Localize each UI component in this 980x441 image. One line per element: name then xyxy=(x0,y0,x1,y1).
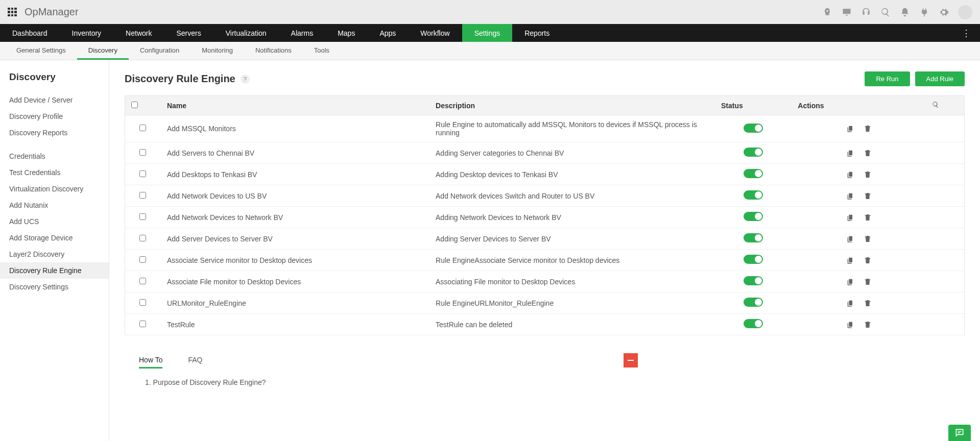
trash-icon[interactable] xyxy=(864,213,872,222)
rocket-icon[interactable] xyxy=(822,7,832,17)
trash-icon[interactable] xyxy=(864,192,872,200)
cell-name[interactable]: Add Server Devices to Server BV xyxy=(161,228,429,250)
th-name[interactable]: Name xyxy=(161,96,429,115)
gear-icon[interactable] xyxy=(939,7,949,17)
row-checkbox[interactable] xyxy=(139,321,146,327)
trash-icon[interactable] xyxy=(864,170,872,179)
copy-icon[interactable] xyxy=(846,235,854,243)
sidebar-item-add-nutanix[interactable]: Add Nutanix xyxy=(0,197,109,213)
sidebar-item-discovery-rule-engine[interactable]: Discovery Rule Engine xyxy=(0,262,109,279)
cell-name[interactable]: Add Servers to Chennai BV xyxy=(161,142,429,164)
nav-apps[interactable]: Apps xyxy=(367,24,408,42)
app-grid-icon[interactable] xyxy=(8,8,17,17)
copy-icon[interactable] xyxy=(846,321,854,329)
status-toggle[interactable] xyxy=(744,212,763,221)
avatar[interactable] xyxy=(958,5,972,19)
nav-workflow[interactable]: Workflow xyxy=(408,24,462,42)
faq-item[interactable]: 1. Purpose of Discovery Rule Engine? xyxy=(145,378,965,386)
cell-name[interactable]: Add Network Devices to US BV xyxy=(161,185,429,207)
copy-icon[interactable] xyxy=(846,170,854,179)
trash-icon[interactable] xyxy=(864,235,872,243)
sidebar-item-virtualization-discovery[interactable]: Virtualization Discovery xyxy=(0,181,109,197)
nav-settings[interactable]: Settings xyxy=(462,24,513,42)
copy-icon[interactable] xyxy=(846,299,854,307)
trash-icon[interactable] xyxy=(864,321,872,329)
screen-icon[interactable] xyxy=(842,7,852,17)
row-checkbox[interactable] xyxy=(139,149,146,156)
table-search-icon[interactable] xyxy=(932,101,939,108)
subnav-discovery[interactable]: Discovery xyxy=(77,42,129,60)
status-toggle[interactable] xyxy=(744,298,763,307)
row-checkbox[interactable] xyxy=(139,192,146,199)
copy-icon[interactable] xyxy=(846,213,854,222)
status-toggle[interactable] xyxy=(744,169,763,178)
nav-servers[interactable]: Servers xyxy=(164,24,213,42)
chat-fab[interactable] xyxy=(948,425,971,441)
trash-icon[interactable] xyxy=(864,125,872,133)
subnav-configuration[interactable]: Configuration xyxy=(129,42,190,60)
copy-icon[interactable] xyxy=(846,149,854,157)
copy-icon[interactable] xyxy=(846,192,854,200)
nav-inventory[interactable]: Inventory xyxy=(60,24,114,42)
status-toggle[interactable] xyxy=(744,148,763,157)
collapse-button[interactable] xyxy=(624,353,638,368)
nav-reports[interactable]: Reports xyxy=(512,24,562,42)
bottom-tab-how-to[interactable]: How To xyxy=(139,356,162,369)
copy-icon[interactable] xyxy=(846,278,854,286)
row-checkbox[interactable] xyxy=(139,213,146,220)
trash-icon[interactable] xyxy=(864,256,872,264)
row-checkbox[interactable] xyxy=(139,235,146,241)
subnav-general-settings[interactable]: General Settings xyxy=(5,42,77,60)
trash-icon[interactable] xyxy=(864,149,872,157)
subnav-notifications[interactable]: Notifications xyxy=(244,42,303,60)
nav-network[interactable]: Network xyxy=(113,24,164,42)
row-checkbox[interactable] xyxy=(139,299,146,306)
cell-name[interactable]: TestRule xyxy=(161,314,429,335)
bottom-tab-faq[interactable]: FAQ xyxy=(188,356,202,369)
sidebar-item-test-credentials[interactable]: Test Credentials xyxy=(0,164,109,181)
nav-maps[interactable]: Maps xyxy=(325,24,367,42)
sidebar-item-add-storage-device[interactable]: Add Storage Device xyxy=(0,230,109,246)
nav-virtualization[interactable]: Virtualization xyxy=(213,24,279,42)
copy-icon[interactable] xyxy=(846,125,854,133)
subnav-monitoring[interactable]: Monitoring xyxy=(190,42,244,60)
plug-icon[interactable] xyxy=(919,7,929,17)
status-toggle[interactable] xyxy=(744,319,763,328)
sidebar-item-discovery-reports[interactable]: Discovery Reports xyxy=(0,125,109,141)
trash-icon[interactable] xyxy=(864,299,872,307)
cell-name[interactable]: URLMonitor_RuleEngine xyxy=(161,292,429,314)
row-checkbox[interactable] xyxy=(139,256,146,263)
sidebar-item-add-ucs[interactable]: Add UCS xyxy=(0,213,109,230)
add-rule-button[interactable]: Add Rule xyxy=(915,71,965,86)
row-checkbox[interactable] xyxy=(139,278,146,284)
cell-name[interactable]: Associate Service monitor to Desktop dev… xyxy=(161,250,429,271)
search-icon[interactable] xyxy=(880,7,891,17)
cell-name[interactable]: Add MSSQL Monitors xyxy=(161,115,429,142)
headset-icon[interactable] xyxy=(861,7,871,17)
sidebar-item-discovery-settings[interactable]: Discovery Settings xyxy=(0,279,109,295)
select-all-checkbox[interactable] xyxy=(131,102,138,108)
row-checkbox[interactable] xyxy=(139,125,146,131)
sidebar-item-discovery-profile[interactable]: Discovery Profile xyxy=(0,108,109,125)
th-status[interactable]: Status xyxy=(715,96,792,115)
copy-icon[interactable] xyxy=(846,256,854,264)
status-toggle[interactable] xyxy=(744,190,763,200)
bell-icon[interactable] xyxy=(900,7,910,17)
nav-alarms[interactable]: Alarms xyxy=(279,24,326,42)
trash-icon[interactable] xyxy=(864,278,872,286)
kebab-icon[interactable]: ⋮ xyxy=(958,28,975,39)
row-checkbox[interactable] xyxy=(139,170,146,177)
cell-name[interactable]: Associate File monitor to Desktop Device… xyxy=(161,271,429,292)
status-toggle[interactable] xyxy=(744,233,763,242)
sidebar-item-credentials[interactable]: Credentials xyxy=(0,148,109,164)
subnav-tools[interactable]: Tools xyxy=(303,42,341,60)
sidebar-item-add-device-server[interactable]: Add Device / Server xyxy=(0,92,109,108)
rerun-button[interactable]: Re Run xyxy=(865,71,910,86)
status-toggle[interactable] xyxy=(744,124,763,133)
th-description[interactable]: Description xyxy=(429,96,715,115)
sidebar-item-layer2-discovery[interactable]: Layer2 Discovery xyxy=(0,246,109,262)
help-icon[interactable]: ? xyxy=(241,75,250,84)
cell-name[interactable]: Add Network Devices to Network BV xyxy=(161,207,429,228)
status-toggle[interactable] xyxy=(744,276,763,285)
cell-name[interactable]: Add Desktops to Tenkasi BV xyxy=(161,164,429,185)
